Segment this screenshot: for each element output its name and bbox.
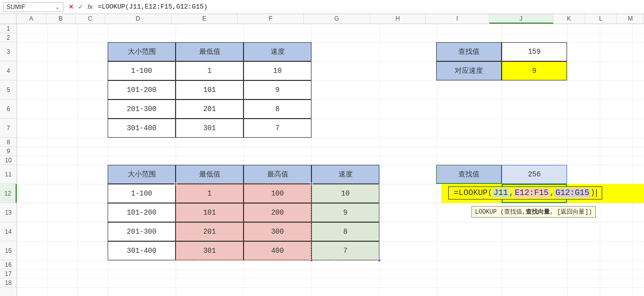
column-header-D[interactable]: D — [105, 14, 172, 24]
accept-formula-icon[interactable]: ✓ — [78, 3, 84, 11]
lookup2-label-find: 查找值 — [436, 165, 502, 184]
table1-cell[interactable]: 201-300 — [108, 100, 176, 119]
row-header-7[interactable]: 7 — [0, 119, 17, 138]
row-header-1[interactable]: 1 — [0, 24, 17, 33]
column-header-G[interactable]: G — [304, 14, 370, 24]
column-header-I[interactable]: I — [426, 14, 490, 24]
column-header-A[interactable]: A — [17, 14, 46, 24]
table1-header: 最低值 — [176, 42, 244, 61]
row-header-2[interactable]: 2 — [0, 33, 17, 42]
row-header-8[interactable]: 8 — [0, 138, 17, 147]
table2-cell[interactable]: 400 — [244, 241, 311, 260]
cancel-formula-icon[interactable]: ✕ — [68, 3, 74, 11]
table2-cell[interactable]: 1-100 — [108, 184, 176, 203]
table2-cell[interactable]: 8 — [311, 222, 379, 241]
table2-cell[interactable]: 10 — [311, 184, 379, 203]
row-header-10[interactable]: 10 — [0, 156, 17, 165]
row-header-11[interactable]: 11 — [0, 165, 17, 184]
table1-cell[interactable]: 201 — [176, 100, 244, 119]
column-header-C[interactable]: C — [75, 14, 105, 24]
column-header-H[interactable]: H — [370, 14, 426, 24]
row-header-12[interactable]: 12 — [0, 184, 17, 203]
table1-cell[interactable]: 1-100 — [108, 61, 176, 80]
table1-cell[interactable]: 8 — [244, 100, 311, 119]
name-box-text: SUMIF — [7, 4, 25, 11]
table2-cell[interactable]: 301-400 — [108, 241, 176, 260]
row-header-15[interactable]: 15 — [0, 241, 17, 260]
table1-cell[interactable]: 301-400 — [108, 119, 176, 138]
table2-cell[interactable]: 200 — [244, 203, 311, 222]
table1-cell[interactable]: 9 — [244, 80, 311, 100]
table2-header: 速度 — [311, 165, 379, 184]
table2-header: 大小范围 — [108, 165, 176, 184]
row-header-17[interactable]: 17 — [0, 269, 17, 278]
formula-input[interactable] — [97, 3, 641, 11]
lookup1-value-find[interactable]: 159 — [502, 42, 567, 61]
spreadsheet[interactable]: ABCDEFGHIJKLM 12345678910111213141516171… — [0, 14, 644, 296]
row-header-14[interactable]: 14 — [0, 222, 17, 241]
column-header-K[interactable]: K — [553, 14, 585, 24]
table2-cell[interactable]: 201-300 — [108, 222, 176, 241]
row-header-18[interactable]: 18 — [0, 278, 17, 287]
table2-cell[interactable]: 101-200 — [108, 203, 176, 222]
row-header-13[interactable]: 13 — [0, 203, 17, 222]
table2-cell[interactable]: 9 — [311, 203, 379, 222]
table1-cell[interactable]: 10 — [244, 61, 311, 80]
formula-text: =LOOKUP( — [454, 188, 493, 198]
table1-cell[interactable]: 101 — [176, 80, 244, 100]
column-headers: ABCDEFGHIJKLM — [0, 14, 644, 24]
table2-header: 最低值 — [176, 165, 244, 184]
table2-cell[interactable]: 7 — [311, 241, 379, 260]
column-header-E[interactable]: E — [172, 14, 238, 24]
lookup1-label-find: 查找值 — [436, 42, 502, 61]
column-header-L[interactable]: L — [585, 14, 617, 24]
name-box[interactable]: SUMIF ⌄ — [3, 2, 63, 12]
text-cursor — [596, 189, 597, 197]
formula-arg-e12f15: E12:F15 — [514, 188, 549, 198]
formula-bar: SUMIF ⌄ ✕ ✓ fx — [0, 0, 644, 14]
row-header-16[interactable]: 16 — [0, 260, 17, 269]
formula-hint-tooltip: LOOKUP (查找值, 查找向量, [返回向量]) — [471, 206, 596, 218]
table2-cell[interactable]: 100 — [244, 184, 311, 203]
table2-cell[interactable]: 301 — [176, 241, 244, 260]
formula-arg-j11: J11 — [493, 188, 509, 198]
table2-cell[interactable]: 201 — [176, 222, 244, 241]
table1-cell[interactable]: 101-200 — [108, 80, 176, 100]
table1-header: 大小范围 — [108, 42, 176, 61]
lookup1-value-result[interactable]: 9 — [502, 61, 567, 80]
select-all-corner[interactable] — [0, 14, 17, 24]
row-header-3[interactable]: 3 — [0, 42, 17, 61]
row-header-4[interactable]: 4 — [0, 61, 17, 80]
table1-cell[interactable]: 301 — [176, 119, 244, 138]
table2-cell[interactable]: 300 — [244, 222, 311, 241]
table1-cell[interactable]: 7 — [244, 119, 311, 138]
lookup1-label-result: 对应速度 — [436, 61, 502, 80]
table2-cell[interactable]: 101 — [176, 203, 244, 222]
lookup2-value-find[interactable]: 256 — [502, 165, 567, 184]
formula-overlay[interactable]: =LOOKUP(J11,E12:F15,G12:G15) — [448, 186, 602, 200]
table1-header: 速度 — [244, 42, 311, 61]
cell-canvas[interactable]: 大小范围最低值速度1-100110101-2001019201-30020183… — [17, 24, 644, 296]
row-header-9[interactable]: 9 — [0, 147, 17, 156]
formula-buttons: ✕ ✓ fx — [68, 3, 93, 11]
fx-icon[interactable]: fx — [88, 3, 93, 11]
table2-header: 最高值 — [244, 165, 311, 184]
formula-arg-g12g15: G12:G15 — [554, 188, 590, 198]
row-header-6[interactable]: 6 — [0, 100, 17, 119]
table2-cell[interactable]: 1 — [176, 184, 244, 203]
row-header-5[interactable]: 5 — [0, 80, 17, 100]
column-header-J[interactable]: J — [490, 14, 553, 24]
column-header-F[interactable]: F — [237, 14, 304, 24]
table1-cell[interactable]: 1 — [176, 61, 244, 80]
row-headers: 123456789101112131415161718 — [0, 24, 17, 296]
column-header-M[interactable]: M — [617, 14, 644, 24]
chevron-down-icon[interactable]: ⌄ — [55, 4, 60, 11]
column-header-B[interactable]: B — [46, 14, 76, 24]
